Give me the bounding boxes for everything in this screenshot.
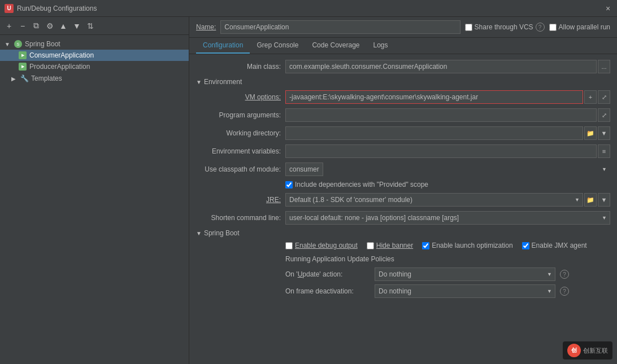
on-update-action-label: On 'Update' action: xyxy=(285,270,370,278)
program-args-expand-button[interactable]: ⤢ xyxy=(598,108,610,122)
tab-configuration[interactable]: Configuration xyxy=(196,38,250,54)
on-update-action-row: On 'Update' action: Do nothing ? xyxy=(285,267,610,281)
main-class-input[interactable] xyxy=(285,60,597,73)
spring-icon: S xyxy=(14,40,22,48)
working-dir-input[interactable] xyxy=(285,126,583,140)
templates-item[interactable]: ▶ 🔧 Templates xyxy=(0,73,189,84)
title-bar-text: Run/Debug Configurations xyxy=(17,5,600,12)
remove-config-button[interactable]: − xyxy=(17,20,28,32)
enable-launch-optimization-label: Enable launch optimization xyxy=(432,242,512,249)
main-class-label: Main class: xyxy=(196,63,281,71)
environment-section-title: Environment xyxy=(204,78,242,86)
working-dir-dropdown-button[interactable]: ▼ xyxy=(598,126,610,140)
config-tabs: Configuration Grep Console Code Coverage… xyxy=(189,38,617,54)
configuration-area: Main class: ... ▼ Environment VM options… xyxy=(189,54,617,364)
vm-options-add-button[interactable]: + xyxy=(584,90,597,104)
classpath-module-label: Use classpath of module: xyxy=(196,165,281,173)
allow-parallel-option: Allow parallel run xyxy=(549,23,610,31)
spring-boot-section-title: Spring Boot xyxy=(204,229,240,237)
app-icon: U xyxy=(5,4,14,13)
share-vcs-option: Share through VCS ? xyxy=(465,23,545,32)
tab-code-coverage[interactable]: Code Coverage xyxy=(305,38,366,54)
spring-boot-group-icon: S xyxy=(14,40,23,49)
tab-grep-console[interactable]: Grep Console xyxy=(250,38,305,54)
working-dir-input-row: 📁 ▼ xyxy=(285,126,610,140)
program-args-input[interactable] xyxy=(285,108,597,122)
allow-parallel-label: Allow parallel run xyxy=(559,23,610,31)
working-dir-folder-button[interactable]: 📁 xyxy=(584,126,597,140)
vm-options-label: VM options: xyxy=(196,93,281,101)
vm-options-input[interactable] xyxy=(285,90,583,104)
expand-arrow-icon: ▼ xyxy=(5,41,11,47)
jre-select-wrapper: Default (1.8 - SDK of 'consumer' module) xyxy=(285,193,583,207)
env-vars-edit-button[interactable]: ≡ xyxy=(598,144,610,158)
enable-debug-output-row: Enable debug output xyxy=(285,242,358,249)
share-vcs-help-icon[interactable]: ? xyxy=(536,23,545,32)
working-dir-row: Working directory: 📁 ▼ xyxy=(196,126,610,140)
classpath-module-select[interactable]: consumer xyxy=(285,163,323,176)
allow-parallel-checkbox[interactable] xyxy=(549,24,557,31)
enable-launch-optimization-checkbox[interactable] xyxy=(422,242,429,249)
run-icon xyxy=(19,51,27,59)
on-update-help-icon[interactable]: ? xyxy=(560,270,569,279)
spring-boot-arrow-icon[interactable]: ▼ xyxy=(196,230,202,236)
update-policies-title: Running Application Update Policies xyxy=(285,255,610,263)
sidebar-item-producer-application[interactable]: ProducerApplication xyxy=(0,61,189,72)
name-input[interactable] xyxy=(220,20,460,34)
vm-options-expand-button[interactable]: ⤢ xyxy=(598,90,610,104)
add-config-button[interactable]: + xyxy=(3,20,15,32)
hide-banner-row: Hide banner xyxy=(367,242,413,249)
jre-folder-button[interactable]: 📁 xyxy=(584,193,597,207)
shorten-cmd-select[interactable]: user-local default: none - java [options… xyxy=(285,211,610,225)
hide-banner-label: Hide banner xyxy=(376,242,413,249)
shorten-cmd-select-wrapper: user-local default: none - java [options… xyxy=(285,211,610,225)
jre-select[interactable]: Default (1.8 - SDK of 'consumer' module) xyxy=(285,193,583,207)
copy-config-button[interactable]: ⧉ xyxy=(31,20,42,32)
enable-launch-optimization-row: Enable launch optimization xyxy=(422,242,512,249)
main-class-browse-button[interactable]: ... xyxy=(598,60,610,73)
run-icon-2 xyxy=(19,63,27,71)
content-area: Name: Share through VCS ? Allow parallel… xyxy=(189,17,617,364)
include-deps-checkbox[interactable] xyxy=(285,181,293,188)
app-run-icon xyxy=(18,51,27,60)
classpath-module-select-wrapper: consumer xyxy=(285,163,610,176)
enable-jmx-agent-checkbox[interactable] xyxy=(522,242,529,249)
templates-arrow-icon: ▶ xyxy=(11,76,18,82)
move-up-button[interactable]: ▲ xyxy=(58,20,69,32)
spring-boot-group-label: Spring Boot xyxy=(25,40,60,48)
spring-boot-group-header[interactable]: ▼ S Spring Boot xyxy=(0,38,189,50)
tab-logs[interactable]: Logs xyxy=(367,38,395,54)
on-frame-deactivation-select[interactable]: Do nothing xyxy=(375,284,555,298)
share-vcs-checkbox[interactable] xyxy=(465,24,472,31)
sidebar-item-consumer-application[interactable]: ConsumerApplication xyxy=(0,50,189,61)
settings-button[interactable]: ⚙ xyxy=(44,20,55,32)
hide-banner-checkbox[interactable] xyxy=(367,242,374,249)
config-header: Name: Share through VCS ? Allow parallel… xyxy=(189,17,617,38)
close-button[interactable]: × xyxy=(603,4,612,13)
on-update-action-select-wrapper: Do nothing xyxy=(375,267,555,281)
enable-debug-output-checkbox[interactable] xyxy=(285,242,293,249)
environment-section-header: ▼ Environment xyxy=(196,78,610,86)
on-frame-deactivation-help-icon[interactable]: ? xyxy=(560,287,569,296)
env-vars-input[interactable] xyxy=(285,144,597,158)
env-vars-label: Environment variables: xyxy=(196,147,281,155)
classpath-module-row: Use classpath of module: consumer xyxy=(196,163,610,176)
sidebar-toolbar: + − ⧉ ⚙ ▲ ▼ ⇅ xyxy=(0,17,189,35)
on-update-action-select[interactable]: Do nothing xyxy=(375,267,555,281)
move-down-button[interactable]: ▼ xyxy=(71,20,82,32)
sidebar-tree: ▼ S Spring Boot ConsumerApplication xyxy=(0,35,189,364)
main-class-input-row: ... xyxy=(285,60,610,73)
environment-arrow-icon[interactable]: ▼ xyxy=(196,79,202,85)
enable-jmx-agent-row: Enable JMX agent xyxy=(522,242,587,249)
sort-button[interactable]: ⇅ xyxy=(85,20,96,32)
watermark-text: 创新互联 xyxy=(583,347,608,355)
on-frame-deactivation-select-wrapper: Do nothing xyxy=(375,284,555,298)
vm-options-input-row: + ⤢ xyxy=(285,90,610,104)
program-args-row: Program arguments: ⤢ xyxy=(196,108,610,122)
sidebar: + − ⧉ ⚙ ▲ ▼ ⇅ ▼ S Spring Boot xyxy=(0,17,189,364)
on-frame-deactivation-label: On frame deactivation: xyxy=(285,287,370,295)
spring-boot-group: ▼ S Spring Boot ConsumerApplication xyxy=(0,37,189,73)
app-run-icon-2 xyxy=(18,62,27,71)
jre-dropdown-button[interactable]: ▼ xyxy=(598,193,610,207)
templates-label: Templates xyxy=(31,74,62,82)
